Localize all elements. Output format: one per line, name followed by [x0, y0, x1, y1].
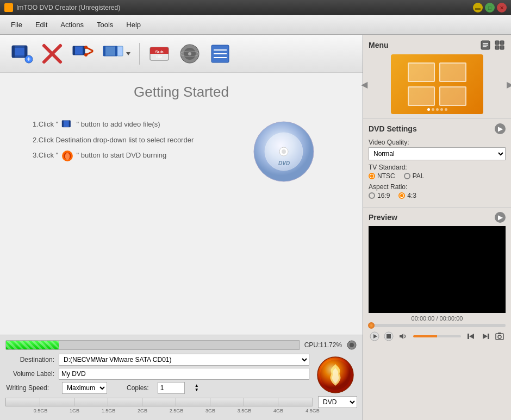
subtitle-button[interactable]: Sub title	[146, 41, 172, 67]
copies-down-arrow[interactable]: ▼	[195, 388, 199, 392]
minimize-button[interactable]: ▬	[473, 3, 483, 12]
16-9-radio-dot[interactable]	[369, 192, 375, 199]
16-9-label: 16:9	[377, 192, 390, 199]
menu-tools[interactable]: Tools	[90, 18, 120, 31]
burn-button[interactable]	[316, 356, 354, 394]
menu-section: Menu	[363, 35, 511, 119]
thumbnail-squares	[402, 57, 472, 111]
tv-standard-group: NTSC PAL	[369, 172, 506, 180]
dvd-format-select[interactable]: DVD DVD+R DVD-R	[318, 396, 357, 408]
svg-rect-18	[115, 46, 117, 56]
thumb-dot-1	[427, 108, 430, 111]
menu-actions[interactable]: Actions	[54, 18, 90, 31]
svg-point-66	[498, 335, 501, 338]
4-3-label: 4:3	[407, 192, 416, 199]
menu-grid-icon-btn[interactable]	[494, 39, 506, 51]
menu-edit-icon-btn[interactable]	[479, 39, 491, 51]
getting-started-title: Getting Started	[134, 84, 229, 101]
menu-bar: File Edit Actions Tools Help	[0, 15, 511, 35]
instruction-1: 1.Click " " button to add video file(s)	[33, 117, 194, 133]
destination-select[interactable]: D:(NECVMWar VMware SATA CD01)	[59, 354, 309, 366]
cpu-text: CPU:11.72%	[304, 341, 342, 349]
menu-nav-left-button[interactable]: ◀	[359, 77, 370, 92]
left-panel: +	[0, 35, 363, 420]
svg-point-42	[282, 149, 286, 154]
16-9-option[interactable]: 16:9	[369, 192, 390, 199]
dvd-settings-section: DVD Settings ▶ Video Quality: Normal Hig…	[363, 119, 511, 208]
app-title: ImTOO DVD Creator (Unregistered)	[16, 4, 473, 11]
menu-help[interactable]: Help	[120, 18, 147, 31]
instructions: 1.Click " " button to add video file(s) …	[33, 117, 194, 164]
speed-copies-row: Writing Speed: Maximum 4x 8x 16x Copies:…	[5, 382, 309, 394]
volume-label-input[interactable]	[59, 368, 309, 380]
remove-button[interactable]	[39, 41, 65, 67]
toolbar: +	[0, 35, 363, 73]
file-list-button[interactable]	[207, 41, 233, 67]
video-quality-row: Video Quality: Normal High Low Custom	[369, 139, 506, 160]
progress-bar	[5, 340, 300, 350]
pal-radio-dot[interactable]	[404, 173, 410, 179]
dvd-settings-expand-button[interactable]: ▶	[495, 123, 506, 134]
aspect-ratio-row: Aspect Ratio: 16:9 4:3	[369, 183, 506, 199]
thumb-dot-2	[432, 108, 434, 111]
video-quality-label: Video Quality:	[369, 139, 506, 146]
volume-icon[interactable]	[397, 330, 409, 342]
svg-rect-17	[103, 46, 105, 56]
preview-expand-button[interactable]: ▶	[495, 212, 506, 223]
progress-row: CPU:11.72%	[5, 340, 357, 350]
svg-rect-63	[488, 334, 489, 339]
svg-text:title: title	[157, 55, 163, 59]
main-layout: +	[0, 35, 511, 420]
menu-file[interactable]: File	[4, 18, 29, 31]
screenshot-button[interactable]	[494, 330, 506, 342]
effect-button[interactable]	[100, 41, 133, 67]
play-button[interactable]	[369, 330, 381, 342]
instruction-2: 2.Click Destination drop-down list to se…	[33, 133, 194, 148]
pal-option[interactable]: PAL	[404, 172, 425, 180]
disk-label-2gb: 2GB	[138, 408, 147, 413]
volume-label-label: Volume Label:	[5, 370, 54, 378]
svg-rect-35	[69, 120, 71, 127]
menu-nav-right-button[interactable]: ▶	[504, 77, 511, 92]
add-video-button[interactable]: +	[9, 41, 35, 67]
disk-label-3gb: 3GB	[205, 408, 215, 413]
4-3-option[interactable]: 4:3	[398, 192, 416, 199]
dvd-settings-title: DVD Settings	[369, 124, 417, 133]
stop-button[interactable]	[383, 330, 395, 342]
volume-bar[interactable]	[413, 335, 461, 337]
close-button[interactable]: ✕	[497, 3, 507, 12]
svg-rect-52	[495, 41, 499, 45]
tv-standard-label: TV Standard:	[369, 164, 506, 171]
seek-handle[interactable]	[368, 322, 375, 329]
volume-label-row: Volume Label:	[5, 368, 309, 380]
seek-bar[interactable]	[369, 324, 506, 327]
player-controls	[369, 330, 506, 342]
copies-label: Copies:	[127, 384, 149, 392]
video-quality-select[interactable]: Normal High Low Custom	[369, 147, 506, 160]
menu-edit[interactable]: Edit	[29, 18, 54, 31]
disk-label-05gb: 0.5GB	[34, 408, 48, 413]
ntsc-option[interactable]: NTSC	[369, 172, 395, 180]
writing-speed-select[interactable]: Maximum 4x 8x 16x	[62, 382, 107, 394]
thumb-dot-4	[440, 108, 443, 111]
svg-rect-4	[12, 55, 27, 58]
4-3-radio-dot[interactable]	[398, 192, 405, 199]
app-icon	[4, 3, 13, 12]
menu-settings-button[interactable]	[177, 41, 203, 67]
content-area: Getting Started 1.Click " " button to ad…	[0, 73, 363, 335]
ntsc-radio-dot[interactable]	[369, 173, 375, 179]
window-controls: ▬ □ ✕	[473, 3, 507, 12]
frame-forward-button[interactable]	[479, 330, 491, 342]
copies-input[interactable]	[158, 382, 185, 394]
maximize-button[interactable]: □	[485, 3, 495, 12]
trim-button[interactable]	[70, 41, 96, 67]
destination-row: Destination: D:(NECVMWar VMware SATA CD0…	[5, 354, 309, 366]
frame-back-button[interactable]	[465, 330, 477, 342]
svg-rect-53	[500, 41, 504, 45]
pal-label: PAL	[413, 172, 425, 180]
svg-rect-10	[73, 46, 75, 55]
tv-standard-row: TV Standard: NTSC PAL	[369, 164, 506, 180]
settings-icon-btn[interactable]	[346, 340, 357, 350]
progress-stripes	[6, 341, 59, 349]
disk-label-1gb: 1GB	[70, 408, 79, 413]
